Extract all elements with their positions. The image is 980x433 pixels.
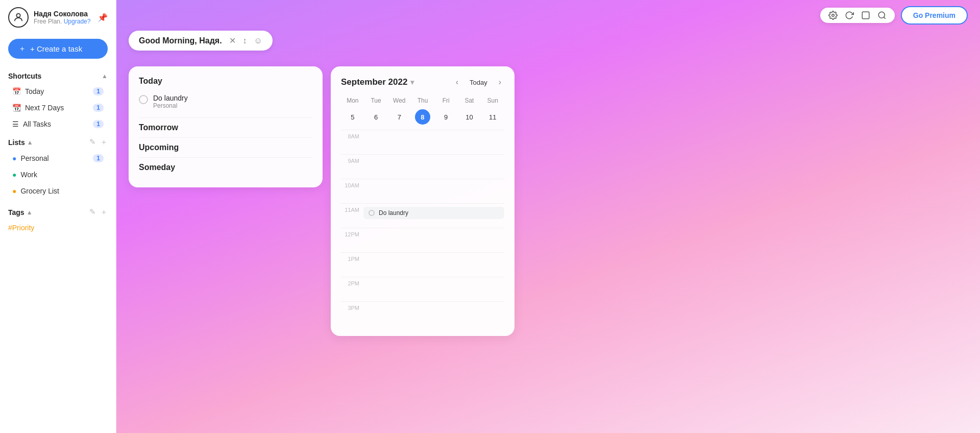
refresh-icon[interactable] [845, 11, 854, 20]
time-content-3pm [363, 305, 504, 325]
someday-section-label: Someday [139, 163, 312, 172]
tag-priority[interactable]: #Priority [0, 220, 116, 235]
time-label-12pm: 12PM [341, 231, 359, 237]
lists-add-icon[interactable]: ＋ [100, 137, 108, 147]
content-area: Today Do laundry Personal Tomorrow Upcom… [116, 0, 980, 433]
calendar-nav: ‹ Today › [453, 77, 504, 88]
cal-date-5[interactable]: 5 [345, 109, 360, 125]
time-slot-3pm: 3PM [341, 301, 504, 326]
lists-edit-icon[interactable]: ✎ [89, 137, 96, 147]
time-slot-2pm: 2PM [341, 277, 504, 301]
calendar-dates-row: 5 6 7 8 9 10 11 [341, 109, 504, 125]
shortcuts-section-title: Shortcuts ▲ [0, 67, 116, 83]
user-info: Надя Соколова Free Plan. Upgrade? [34, 10, 92, 25]
sidebar-item-today[interactable]: 📅 Today 1 [4, 84, 112, 99]
cal-date-8-today[interactable]: 8 [415, 109, 430, 125]
tags-edit-icon[interactable]: ✎ [89, 207, 96, 217]
plus-icon: ＋ [18, 44, 26, 54]
cal-event-do-laundry[interactable]: Do laundry [363, 207, 504, 219]
time-slot-11am: 11AM Do laundry [341, 203, 504, 228]
sidebar-item-grocery[interactable]: ● Grocery List [4, 183, 112, 199]
greeting-bar: Good Morning, Надя. ✕ ↕ ☺ [129, 31, 273, 51]
personal-dot: ● [12, 154, 16, 162]
sidebar-item-next7days[interactable]: 📆 Next 7 Days 1 [4, 100, 112, 115]
time-label-8am: 8AM [341, 133, 359, 139]
time-label-11am: 11AM [341, 207, 359, 213]
lists-section-header: Lists ▲ ✎ ＋ [0, 132, 116, 150]
shortcuts-collapse-icon[interactable]: ▲ [102, 73, 108, 80]
calendar-header: September 2022 ▾ ‹ Today › [341, 77, 504, 88]
time-content-8am [363, 133, 504, 154]
window-icon[interactable] [861, 11, 870, 20]
cal-date-6[interactable]: 6 [369, 109, 384, 125]
lists-collapse-icon[interactable]: ▲ [27, 139, 33, 146]
time-slot-9am: 9AM [341, 154, 504, 179]
time-content-9am [363, 158, 504, 178]
task-list-card: Today Do laundry Personal Tomorrow Upcom… [129, 66, 323, 187]
search-icon[interactable] [877, 11, 887, 20]
calendar-grid: Mon Tue Wed Thu Fri Sat Sun 5 6 7 8 9 10… [341, 95, 504, 125]
time-content-1pm [363, 256, 504, 276]
time-label-10am: 10AM [341, 182, 359, 188]
alltasks-badge: 1 [93, 120, 104, 128]
tags-title: Tags ▲ [8, 208, 89, 216]
topbar-icons-pill [820, 8, 895, 23]
settings-icon[interactable] [828, 11, 838, 20]
calendar-dropdown-icon[interactable]: ▾ [410, 78, 414, 86]
task-list-tag: Personal [153, 102, 188, 109]
grocery-dot: ● [12, 187, 16, 195]
user-plan: Free Plan. Upgrade? [34, 18, 92, 25]
time-content-10am [363, 182, 504, 203]
time-slot-1pm: 1PM [341, 252, 504, 277]
calendar-prev-btn[interactable]: ‹ [453, 77, 461, 88]
tags-add-icon[interactable]: ＋ [100, 207, 108, 217]
time-slots: 8AM 9AM 10AM 11AM Do laundry [341, 130, 504, 326]
cal-date-9[interactable]: 9 [438, 109, 454, 125]
calendar-title: September 2022 ▾ [341, 77, 453, 87]
personal-badge: 1 [93, 154, 104, 162]
tomorrow-section-label: Tomorrow [139, 123, 312, 132]
task-name: Do laundry [153, 94, 188, 102]
avatar [8, 7, 29, 28]
greeting-text: Good Morning, Надя. [139, 36, 222, 45]
sidebar-item-personal[interactable]: ● Personal 1 [4, 151, 112, 166]
greeting-close-icon[interactable]: ✕ [229, 36, 236, 45]
lists-title: Lists ▲ [8, 138, 89, 147]
calendar-today-label[interactable]: Today [465, 78, 492, 87]
cal-date-10[interactable]: 10 [461, 109, 477, 125]
time-slot-12pm: 12PM [341, 228, 504, 252]
calendar-next-btn[interactable]: › [496, 77, 504, 88]
go-premium-button[interactable]: Go Premium [901, 6, 968, 25]
sidebar-item-work[interactable]: ● Work [4, 167, 112, 182]
time-label-3pm: 3PM [341, 305, 359, 311]
pin-icon[interactable]: 📌 [97, 13, 108, 22]
work-dot: ● [12, 171, 16, 179]
task-item-do-laundry[interactable]: Do laundry Personal [139, 91, 312, 112]
sidebar-item-alltasks[interactable]: ☰ All Tasks 1 [4, 116, 112, 132]
time-label-9am: 9AM [341, 158, 359, 164]
calendar-days-header: Mon Tue Wed Thu Fri Sat Sun [341, 95, 504, 106]
task-checkbox[interactable] [139, 95, 148, 104]
greeting-emoji-icon[interactable]: ☺ [254, 36, 262, 45]
today-section-label: Today [139, 77, 312, 86]
time-slot-10am: 10AM [341, 179, 504, 203]
time-content-11am[interactable]: Do laundry [363, 207, 504, 227]
time-content-2pm [363, 280, 504, 301]
upcoming-section-label: Upcoming [139, 143, 312, 152]
calendar-card: September 2022 ▾ ‹ Today › Mon Tue Wed T… [331, 66, 514, 336]
topbar: Go Premium [116, 0, 980, 31]
cal-date-7[interactable]: 7 [391, 109, 407, 125]
cal-date-11[interactable]: 11 [485, 109, 500, 125]
sidebar-header: Надя Соколова Free Plan. Upgrade? 📌 [0, 0, 116, 35]
upgrade-link[interactable]: Upgrade? [64, 18, 91, 25]
lists-actions: ✎ ＋ [89, 137, 108, 147]
create-task-button[interactable]: ＋ + Create a task [8, 39, 108, 59]
svg-line-4 [884, 17, 885, 18]
svg-point-3 [878, 12, 885, 18]
svg-rect-2 [862, 12, 869, 19]
cal-event-name: Do laundry [379, 209, 408, 216]
sidebar: Надя Соколова Free Plan. Upgrade? 📌 ＋ + … [0, 0, 116, 433]
greeting-filter-icon[interactable]: ↕ [243, 36, 247, 45]
svg-point-0 [16, 14, 20, 17]
tags-collapse-icon[interactable]: ▲ [27, 209, 33, 216]
